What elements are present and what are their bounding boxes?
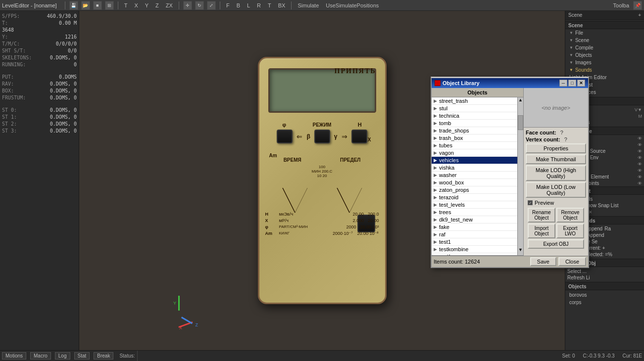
obj-arrow-1: ▶ (434, 98, 437, 103)
save-btn[interactable]: Save (530, 257, 556, 266)
am-sym: Am (265, 231, 275, 236)
make-lod-low-btn[interactable]: Make LOD (Low Quality) (526, 182, 586, 198)
obj-fake[interactable]: ▶ fake (432, 224, 523, 231)
dialog-maximize-btn[interactable]: □ (568, 80, 576, 87)
sound-env-eye[interactable]: 👁 (638, 155, 642, 160)
import-btn[interactable]: Import Object (528, 224, 555, 238)
stat-st2: ST 2: 0.DOMS, 0 (2, 121, 77, 128)
select-row[interactable]: Select ... (565, 268, 644, 274)
mode-close[interactable]: ✕ (589, 210, 593, 215)
toolbar-icon-1[interactable]: ■ (93, 1, 102, 10)
menu-file[interactable]: ▼ File (565, 29, 644, 37)
obj-stul[interactable]: ▶ stul (432, 105, 523, 112)
macro-tab[interactable]: Macro (30, 352, 51, 360)
compile-label: Compile (575, 45, 594, 50)
menu-compile[interactable]: ▼ Compile (565, 44, 644, 51)
toolbar-pin[interactable]: 📌 (633, 1, 642, 10)
preview-checkbox-row: ✓ Preview (526, 199, 586, 207)
scroll-down-btn[interactable]: ▼ (518, 247, 523, 255)
menu-images[interactable]: ▼ Images (565, 59, 644, 66)
toolbar-icon-open[interactable]: 📂 (81, 1, 90, 10)
stat-tab[interactable]: Stat (74, 352, 90, 360)
obj-wood-box[interactable]: ▶ wood_box (432, 179, 523, 186)
toolbar-icon-save[interactable]: 💾 (69, 1, 78, 10)
obj-tubes[interactable]: ▶ tubes (432, 142, 523, 149)
refresh-row[interactable]: Refresh Li (565, 274, 644, 281)
preview-checkbox[interactable]: ✓ (528, 200, 533, 205)
obj-street-trash[interactable]: ▶ street_trash (432, 97, 523, 105)
object-eye[interactable]: 👁 (638, 136, 642, 141)
dialog-minimize-btn[interactable]: ─ (559, 80, 567, 87)
export-lwo-btn[interactable]: Export LWO (556, 224, 584, 238)
selection-mode[interactable]: M (639, 114, 643, 119)
menu-objects[interactable]: ▼ Objects (565, 51, 644, 59)
plus-btn[interactable]: + (638, 12, 641, 18)
minus-btn[interactable]: Scene (568, 12, 582, 18)
break-tab[interactable]: Break (94, 352, 113, 360)
scroll-thumb[interactable] (518, 115, 523, 130)
toolbar-rotate[interactable]: ↻ (195, 1, 204, 10)
shape-eye[interactable]: 👁 (638, 168, 642, 173)
obj-ural1[interactable]: ▶ ural1 (432, 253, 523, 256)
objects-list[interactable]: ▶ street_trash ▶ stul ▶ technica ▶ tomb (432, 97, 523, 256)
h-sym: Н (265, 212, 275, 217)
glow-eye[interactable]: 👁 (638, 162, 642, 167)
obj-arrow-15: ▶ (434, 202, 437, 207)
borovos-item[interactable]: borovos (565, 291, 644, 299)
make-thumbnail-btn[interactable]: Make Thumbnail (526, 154, 586, 164)
toolbar-scale[interactable]: ⤢ (207, 1, 216, 10)
waypoints-eye[interactable]: 👁 (638, 181, 642, 186)
scene-menu-label: Scene (575, 38, 589, 43)
obj-washer[interactable]: ▶ washer (432, 172, 523, 179)
obj-tomb[interactable]: ▶ tomb (432, 120, 523, 127)
obj-zaton-props[interactable]: ▶ zaton_props (432, 186, 523, 194)
remove-btn[interactable]: Remove Object (556, 208, 584, 223)
obj-raf[interactable]: ▶ raf (432, 231, 523, 238)
dialog-titlebar: Object Library ─ □ ✕ (432, 78, 588, 88)
edit-dropdown[interactable]: V▼ (635, 107, 642, 112)
obj-trash-box[interactable]: ▶ trash_box (432, 135, 523, 142)
axis-z-label: Y (143, 2, 150, 8)
properties-btn[interactable]: Properties (526, 143, 586, 153)
obj-arrow-6: ▶ (434, 135, 437, 140)
menu-scene[interactable]: ▼ Scene (565, 37, 644, 44)
obj-testkombine[interactable]: ▶ testkombine (432, 246, 523, 253)
export-obj-btn[interactable]: Export OBJ (528, 239, 584, 249)
obj-dk9[interactable]: ▶ dk9_test_new (432, 216, 523, 224)
mr-unit: мР/ч (279, 218, 289, 223)
obj-vishka[interactable]: ▶ vishka (432, 164, 523, 172)
list-scrollbar[interactable]: ▲ ▼ (517, 97, 523, 255)
spawn-eye[interactable]: 👁 (638, 175, 642, 180)
make-lod-high-btn[interactable]: Make LOD (High Quality) (526, 165, 586, 181)
stat-put: PUT: 0.DOMS (2, 74, 77, 81)
val-3b: 20.00·10³ (360, 225, 379, 229)
panel-label: Toolba (611, 2, 631, 8)
dialog-close-btn[interactable]: ✕ (577, 80, 585, 87)
toolbar-separator-5 (291, 1, 292, 9)
multiple-append-key: Ra (604, 226, 611, 231)
obj-test-levels[interactable]: ▶ test_levels (432, 201, 523, 209)
obj-vehicles[interactable]: ▶ vehicles (432, 157, 523, 164)
toolbar-icon-2[interactable]: ⊞ (105, 1, 114, 10)
close-btn[interactable]: Close (558, 257, 586, 266)
dialog-controls: ─ □ ✕ (559, 80, 585, 87)
menu-sounds[interactable]: ▼ Sounds (565, 66, 644, 74)
scroll-up-btn[interactable]: ▲ (518, 97, 523, 105)
motions-tab[interactable]: Motions (2, 352, 26, 360)
corps-item[interactable]: corps (565, 299, 644, 306)
obj-trees[interactable]: ▶ trees (432, 209, 523, 216)
rename-btn[interactable]: Rename Object (528, 208, 555, 223)
dialog-main-area: Objects ▶ street_trash ▶ stul ▶ technica (432, 88, 588, 256)
device-3d-object: ПРИПЯТЬ φ РЕЖИМ Н ⇐ β γ ⇒ Х (258, 57, 387, 304)
obj-trade-shops[interactable]: ▶ trade_shops (432, 127, 523, 135)
obj-technica[interactable]: ▶ technica (432, 112, 523, 120)
preview-checkbox-label: Preview (535, 200, 554, 206)
light-eye[interactable]: 👁 (638, 142, 642, 147)
obj-vagon[interactable]: ▶ vagon (432, 149, 523, 157)
log-tab[interactable]: Log (55, 352, 70, 360)
obj-terazoid[interactable]: ▶ terazoid (432, 194, 523, 201)
sound-source-eye[interactable]: 👁 (638, 149, 642, 154)
obj-test1[interactable]: ▶ test1 (432, 238, 523, 246)
toolbar-move[interactable]: ✛ (183, 1, 192, 10)
stat-skeletons: SKELETONS: 0.DOMS, 0 (2, 54, 77, 61)
